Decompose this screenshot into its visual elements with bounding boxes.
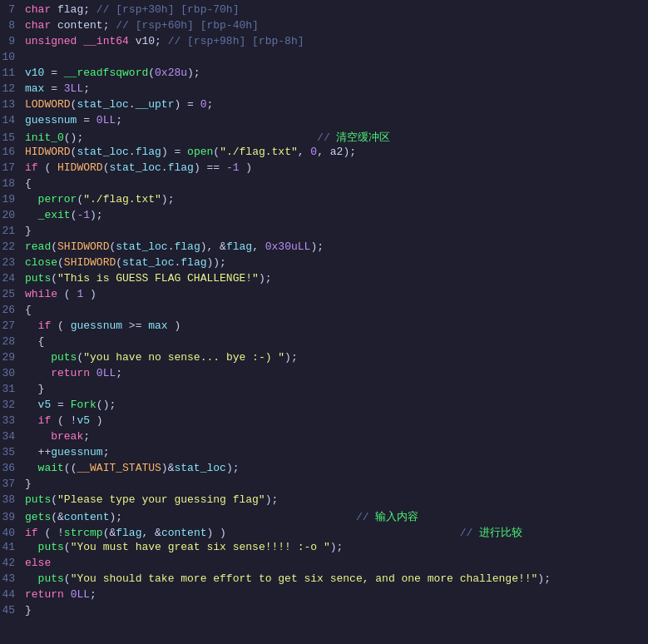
token-plain	[25, 320, 38, 332]
code-line: 40if ( !strcmp(&flag, &content) ) // 进行比…	[0, 525, 648, 541]
token-plain: );	[310, 240, 324, 253]
code-line: 38puts("Please type your guessing flag")…	[0, 493, 648, 509]
token-plain: =	[77, 114, 96, 126]
token-num: 0x28u	[155, 67, 187, 79]
code-line: 20 _exit(-1);	[0, 209, 648, 225]
token-fn: init_0	[25, 131, 64, 144]
code-line: 37}	[0, 478, 648, 493]
token-plain: }	[25, 604, 32, 617]
line-content: break;	[25, 430, 641, 443]
token-plain: (	[57, 256, 64, 269]
token-kw: if	[38, 320, 52, 332]
token-fn: read	[25, 240, 51, 253]
line-number: 20	[0, 209, 25, 221]
line-content: v5 = Fork();	[25, 399, 641, 411]
line-number: 11	[0, 67, 25, 79]
token-cmt: // [rsp+98h] [rbp-8h]	[168, 35, 304, 47]
token-plain: =	[51, 399, 70, 411]
token-plain: ,	[252, 240, 265, 253]
token-plain: ;	[83, 430, 90, 443]
token-var: stat_loc	[122, 256, 174, 269]
token-plain: ();	[64, 131, 83, 144]
token-var: flag	[168, 161, 194, 174]
token-var: content	[161, 527, 207, 539]
token-plain: ), &	[200, 240, 226, 253]
token-plain: {	[25, 177, 32, 190]
token-kw: break	[51, 430, 83, 443]
line-number: 40	[0, 527, 25, 539]
code-line: 41 puts("You must have great six sense!!…	[0, 541, 648, 557]
code-line: 10	[0, 51, 648, 67]
token-var: stat_loc	[77, 146, 128, 158]
token-var: v10	[25, 67, 44, 79]
code-line: 34 break;	[0, 430, 648, 446]
token-plain: ( !	[51, 414, 77, 427]
line-number: 10	[0, 51, 25, 63]
token-plain	[25, 193, 38, 206]
token-kw: while	[25, 288, 57, 300]
line-content: close(SHIDWORD(stat_loc.flag));	[25, 256, 641, 269]
line-number: 27	[0, 320, 25, 332]
line-content: {	[25, 335, 641, 348]
line-content: if ( HIDWORD(stat_loc.flag) == -1 )	[25, 161, 641, 174]
token-macro: LODWORD	[25, 98, 71, 111]
line-content: if ( !strcmp(&flag, &content) ) // 进行比较	[25, 525, 641, 540]
token-plain: >=	[122, 320, 148, 332]
token-plain: {	[25, 304, 32, 316]
token-fn: perror	[38, 193, 77, 206]
token-plain: (	[51, 320, 70, 332]
token-macro: HIDWORD	[25, 146, 71, 158]
token-plain: ) )	[206, 527, 225, 539]
token-fn: gets	[25, 511, 51, 523]
token-plain	[25, 399, 38, 411]
line-number: 35	[0, 446, 25, 458]
token-plain: (	[64, 541, 71, 553]
line-content: else	[25, 557, 641, 569]
token-plain: ,	[298, 146, 311, 158]
line-number: 38	[0, 493, 25, 506]
token-var: flag	[175, 240, 200, 253]
code-line: 28 {	[0, 335, 648, 351]
token-plain: ;	[207, 98, 214, 111]
line-number: 41	[0, 541, 25, 553]
token-plain: ));	[207, 256, 226, 269]
line-content: }	[25, 604, 641, 617]
token-plain: flag;	[51, 3, 96, 16]
token-plain	[25, 541, 38, 553]
token-plain: );	[284, 351, 298, 364]
token-plain: }	[25, 383, 44, 395]
code-line: 18{	[0, 177, 648, 193]
token-macro: HIDWORD	[57, 161, 103, 174]
line-number: 13	[0, 98, 25, 111]
token-var: stat_loc	[116, 240, 167, 253]
token-var: flag	[136, 146, 161, 158]
line-number: 9	[0, 35, 25, 47]
token-plain: (	[64, 572, 71, 585]
token-num: 0LL	[71, 588, 90, 601]
line-content: HIDWORD(stat_loc.flag) = open("./flag.tx…	[25, 146, 641, 158]
code-line: 13LODWORD(stat_loc.__uptr) = 0;	[0, 98, 648, 114]
token-plain	[122, 511, 356, 523]
code-line: 9unsigned __int64 v10; // [rsp+98h] [rbp…	[0, 35, 648, 51]
token-plain: (&	[103, 527, 116, 539]
token-fn: close	[25, 256, 57, 269]
line-content: if ( !v5 )	[25, 414, 641, 427]
line-content: wait((__WAIT_STATUS)&stat_loc);	[25, 462, 641, 474]
line-number: 15	[0, 131, 25, 144]
token-cmt-cn: 输入内容	[375, 511, 418, 523]
token-plain: )	[240, 161, 253, 174]
token-plain: (	[51, 240, 57, 253]
token-var: __uptr	[136, 98, 175, 111]
token-plain	[25, 462, 38, 474]
token-var: guessnum	[51, 446, 102, 458]
token-plain: )	[168, 320, 181, 332]
token-plain	[83, 131, 317, 144]
token-plain: );	[330, 541, 344, 553]
token-plain: )	[83, 288, 96, 300]
token-str: "You should take more effort to get six …	[71, 572, 538, 585]
line-number: 28	[0, 335, 25, 348]
line-content: v10 = __readfsqword(0x28u);	[25, 67, 641, 79]
token-str: "./flag.txt"	[83, 193, 161, 206]
token-cmt: // [rsp+30h] [rbp-70h]	[96, 3, 240, 16]
token-plain: =	[44, 67, 63, 79]
